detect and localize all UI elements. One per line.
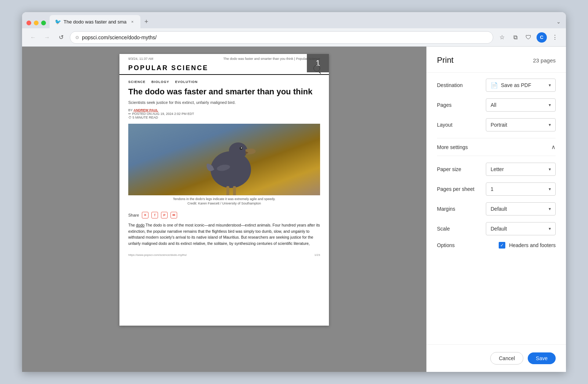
- scale-row: Scale Default ▾: [437, 222, 556, 235]
- bookmark-star-icon[interactable]: ☆: [497, 32, 507, 43]
- tab-list-chevron-icon[interactable]: ⌄: [554, 17, 563, 26]
- pages-per-sheet-dropdown-arrow: ▾: [549, 186, 551, 192]
- pages-dropdown-arrow: ▾: [549, 102, 551, 108]
- more-settings-chevron-up-icon: ∧: [551, 144, 556, 151]
- more-settings-row[interactable]: More settings ∧: [437, 138, 556, 156]
- url-lock-icon: ⊙: [75, 35, 79, 40]
- pages-per-sheet-value: 1: [491, 186, 494, 192]
- scale-label: Scale: [437, 226, 481, 232]
- tab-favicon-icon: 🐦: [55, 19, 61, 25]
- forward-button[interactable]: →: [42, 32, 52, 43]
- url-text: popsci.com/science/dodo-myths/: [82, 35, 157, 40]
- options-row: Options Headers and footers: [437, 242, 556, 249]
- cancel-button[interactable]: Cancel: [490, 352, 523, 365]
- pages-per-sheet-select[interactable]: 1 ▾: [486, 182, 556, 196]
- paper-size-value: Letter: [491, 166, 504, 172]
- article-subtitle: Scientists seek justice for this extinct…: [119, 100, 329, 108]
- profile-icon[interactable]: C: [537, 32, 547, 43]
- pages-select[interactable]: All ▾: [486, 98, 556, 112]
- layout-value: Portrait: [491, 122, 507, 128]
- layout-dropdown-arrow: ▾: [549, 122, 551, 127]
- layout-select[interactable]: Portrait ▾: [486, 118, 556, 131]
- site-title: POPULAR SCIENCE: [128, 64, 208, 72]
- svg-point-4: [230, 151, 241, 166]
- footer-page: 1/23: [314, 253, 320, 257]
- save-button[interactable]: Save: [528, 352, 556, 364]
- paper-size-row: Paper size Letter ▾: [437, 163, 556, 176]
- shield-icon[interactable]: 🛡: [523, 32, 534, 43]
- headers-footers-checkbox[interactable]: [499, 242, 505, 249]
- minimize-window-button[interactable]: [34, 21, 39, 25]
- share-label: Share: [128, 213, 139, 217]
- active-tab[interactable]: 🐦 The dodo was faster and sma ×: [50, 15, 140, 28]
- article-byline: BY ANDREW PAUL ✏ POSTED ON AUG 19, 2024 …: [119, 108, 329, 122]
- site-header: POPULAR SCIENCE: [119, 62, 329, 75]
- pages-row: Pages All ▾: [437, 98, 556, 112]
- share-pin-icon[interactable]: P: [161, 212, 168, 218]
- pages-value: All: [491, 102, 496, 108]
- headers-footers-option[interactable]: Headers and footers: [499, 242, 556, 249]
- traffic-lights: [25, 21, 50, 28]
- margins-value: Default: [491, 206, 507, 212]
- menu-icon[interactable]: ⋮: [550, 32, 560, 43]
- margins-row: Margins Default ▾: [437, 202, 556, 215]
- article-image-caption: Tendons in the dodo's legs indicate it w…: [128, 195, 320, 208]
- search-icon[interactable]: [313, 65, 320, 72]
- close-window-button[interactable]: [26, 21, 31, 25]
- scale-select[interactable]: Default ▾: [486, 222, 556, 235]
- share-x-icon[interactable]: ✕: [142, 212, 148, 218]
- posted-date: ✏ POSTED ON AUG 19, 2024 2:02 PM EDT: [128, 112, 194, 116]
- margins-select[interactable]: Default ▾: [486, 202, 556, 215]
- layout-label: Layout: [437, 122, 481, 128]
- url-bar[interactable]: ⊙ popsci.com/science/dodo-myths/: [70, 31, 493, 44]
- destination-dropdown-arrow: ▾: [549, 83, 551, 88]
- more-settings-label: More settings: [437, 144, 468, 150]
- print-header: Print 23 pages: [427, 47, 566, 73]
- margins-label: Margins: [437, 206, 481, 212]
- scale-value: Default: [491, 226, 507, 232]
- tab-bar: 🐦 The dodo was faster and sma × + ⌄: [22, 12, 566, 28]
- address-bar: ← → ↺ ⊙ popsci.com/science/dodo-myths/ ☆…: [22, 28, 566, 47]
- article-categories: SCIENCE BIOLOGY EVOLUTION: [119, 75, 329, 87]
- paper-size-select[interactable]: Letter ▾: [486, 163, 556, 176]
- reload-button[interactable]: ↺: [56, 32, 66, 43]
- tab-title: The dodo was faster and sma: [64, 19, 126, 25]
- maximize-window-button[interactable]: [41, 21, 46, 25]
- share-row: Share ✕ f P ✉: [119, 210, 329, 222]
- footer-url: https://www.popsci.com/science/dodo-myth…: [128, 253, 187, 257]
- address-bar-actions: ☆ ⧉ 🛡 C ⋮: [497, 32, 560, 43]
- read-time: ⏱ 5 MINUTE READ: [128, 116, 158, 119]
- back-button[interactable]: ←: [28, 32, 38, 43]
- svg-point-3: [241, 147, 242, 148]
- destination-row: Destination 📄 Save as PDF ▾: [437, 79, 556, 92]
- dodo-image-svg: [198, 126, 264, 195]
- destination-label: Destination: [437, 82, 481, 88]
- destination-select[interactable]: 📄 Save as PDF ▾: [486, 79, 556, 92]
- options-label: Options: [437, 242, 481, 248]
- article-date: 9/3/24, 11:37 AM: [128, 57, 153, 61]
- share-email-icon[interactable]: ✉: [171, 212, 177, 218]
- tab-bar-right: ⌄: [554, 17, 563, 28]
- svg-rect-6: [226, 186, 229, 195]
- article-footer: https://www.popsci.com/science/dodo-myth…: [119, 250, 329, 260]
- category-science: SCIENCE: [128, 80, 146, 84]
- print-pages-count: 23 pages: [533, 57, 556, 64]
- pages-label: Pages: [437, 102, 481, 108]
- share-fb-icon[interactable]: f: [151, 212, 158, 218]
- margins-dropdown-arrow: ▾: [549, 206, 551, 211]
- article-title: The dodo was faster and smarter than you…: [119, 87, 329, 100]
- svg-rect-7: [233, 186, 236, 195]
- tab-close-button[interactable]: ×: [129, 19, 135, 25]
- pages-per-sheet-label: Pages per sheet: [437, 186, 481, 192]
- browser-window: 🐦 The dodo was faster and sma × + ⌄ ← → …: [22, 12, 566, 372]
- extensions-icon[interactable]: ⧉: [510, 32, 520, 43]
- article-body: The dodo The dodo is one of the most ico…: [119, 222, 329, 247]
- destination-value: Save as PDF: [501, 82, 531, 88]
- article-header-bar: 9/3/24, 11:37 AM The dodo was faster and…: [119, 54, 329, 62]
- preview-area: 1 9/3/24, 11:37 AM The dodo was faster a…: [22, 47, 426, 372]
- article-image-container: Tendons in the dodo's legs indicate it w…: [128, 124, 320, 208]
- headers-footers-label: Headers and footers: [509, 242, 556, 248]
- print-title: Print: [437, 55, 453, 65]
- paper-size-label: Paper size: [437, 166, 481, 172]
- new-tab-button[interactable]: +: [140, 16, 152, 28]
